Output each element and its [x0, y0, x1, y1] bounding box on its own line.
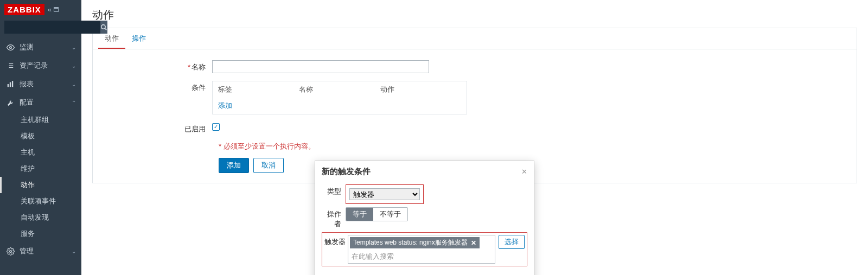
nav-config[interactable]: 配置 ⌃ — [0, 93, 81, 112]
add-button[interactable]: 添加 — [219, 158, 249, 173]
enabled-label: 已启用 — [184, 125, 206, 133]
sidebar: ZABBIX « 监测 ⌄ 资产记录 ⌄ 报表 ⌄ — [0, 0, 81, 275]
svg-rect-9 — [8, 84, 9, 87]
enabled-checkbox[interactable]: ✓ — [212, 123, 220, 131]
svg-rect-11 — [12, 81, 13, 87]
search-input[interactable] — [4, 21, 100, 34]
nav-config-hosts[interactable]: 主机 — [0, 144, 81, 161]
nav-config-actions[interactable]: 动作 — [0, 177, 81, 193]
gear-icon — [5, 247, 15, 255]
nav-inventory[interactable]: 资产记录 ⌄ — [0, 56, 81, 75]
condition-modal: 新的触发条件 ✕ 类型 触发器 操作者 等于 不等于 触发 — [315, 161, 534, 275]
type-select[interactable]: 触发器 — [349, 188, 420, 200]
tab-operation[interactable]: 操作 — [125, 28, 152, 49]
chevron-up-icon: ⌃ — [72, 100, 76, 106]
nav-monitoring[interactable]: 监测 ⌄ — [0, 38, 81, 56]
svg-point-2 — [9, 46, 11, 48]
nav-reports[interactable]: 报表 ⌄ — [0, 75, 81, 93]
remove-tag-icon[interactable]: ✕ — [471, 239, 476, 247]
chevron-down-icon: ⌄ — [72, 63, 76, 69]
svg-point-0 — [101, 24, 106, 29]
nav-config-services[interactable]: 服务 — [0, 226, 81, 242]
select-button[interactable]: 选择 — [499, 235, 525, 249]
nav-config-eventcorr[interactable]: 关联项事件 — [0, 193, 81, 209]
modal-title: 新的触发条件 — [322, 167, 521, 177]
eye-icon — [5, 43, 15, 52]
wrench-icon — [5, 99, 15, 107]
chevron-down-icon: ⌄ — [72, 44, 76, 50]
trigger-label: 触发器 — [324, 235, 346, 247]
chevron-down-icon: ⌄ — [72, 248, 76, 254]
condition-add-link[interactable]: 添加 — [218, 101, 232, 111]
bar-chart-icon — [5, 80, 15, 88]
form-panel: 动作 操作 *名称 条件 标签 名称 动作 添 — [92, 28, 857, 183]
nav-admin[interactable]: 管理 ⌄ — [0, 242, 81, 260]
operator-toggle: 等于 不等于 — [346, 207, 408, 221]
page-title: 动作 — [92, 8, 114, 22]
chevron-down-icon: ⌄ — [72, 81, 76, 87]
nav-config-templates[interactable]: 模板 — [0, 128, 81, 144]
collapse-icon[interactable]: « — [48, 5, 52, 14]
logo[interactable]: ZABBIX — [4, 4, 44, 15]
name-label: 名称 — [192, 63, 206, 71]
svg-line-1 — [105, 28, 106, 30]
trigger-tag: Templates web status: nginx服务触发器 ✕ — [350, 237, 480, 248]
condition-label: 条件 — [192, 84, 206, 92]
operator-neq[interactable]: 不等于 — [373, 208, 407, 221]
condition-table: 标签 名称 动作 添加 — [212, 81, 467, 114]
type-label: 类型 — [322, 184, 346, 196]
name-input[interactable] — [212, 60, 429, 73]
operator-eq[interactable]: 等于 — [346, 208, 373, 221]
cond-header-tag: 标签 — [218, 85, 299, 94]
nav-config-hostgroups[interactable]: 主机群组 — [0, 112, 81, 128]
svg-point-12 — [9, 250, 11, 252]
warning-text: 必须至少设置一个执行内容。 — [224, 142, 315, 150]
trigger-multiselect[interactable]: Templates web status: nginx服务触发器 ✕ 在此输入搜… — [348, 235, 495, 264]
trigger-search-placeholder[interactable]: 在此输入搜索 — [348, 250, 495, 263]
search-button[interactable] — [100, 21, 107, 34]
close-icon[interactable]: ✕ — [521, 168, 527, 176]
nav-config-maintenance[interactable]: 维护 — [0, 161, 81, 177]
nav-config-discovery[interactable]: 自动发现 — [0, 209, 81, 226]
cond-header-action: 动作 — [380, 85, 461, 94]
svg-rect-10 — [10, 82, 11, 87]
operator-label: 操作者 — [322, 207, 346, 229]
expand-icon[interactable] — [54, 7, 59, 12]
list-icon — [5, 62, 15, 69]
cond-header-name: 名称 — [299, 85, 380, 94]
cancel-button[interactable]: 取消 — [253, 158, 284, 173]
